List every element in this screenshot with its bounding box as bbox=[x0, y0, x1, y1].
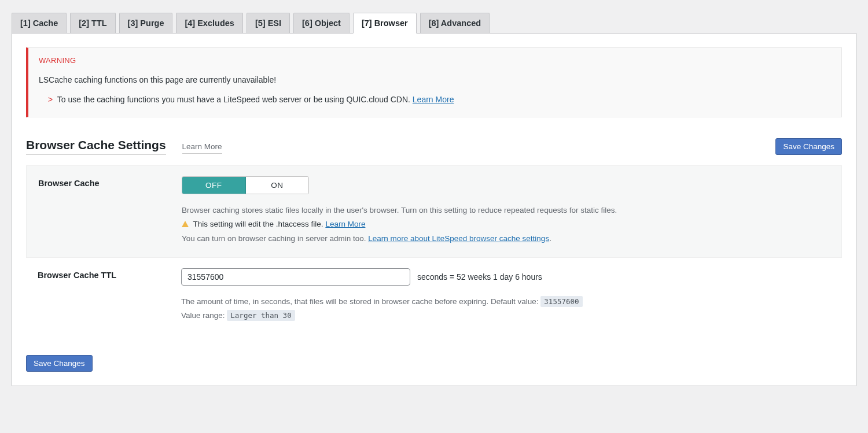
save-changes-button-bottom[interactable]: Save Changes bbox=[26, 355, 93, 372]
ttl-range-prefix: Value range: bbox=[181, 311, 227, 320]
browser-cache-desc-2: This setting will edit the .htaccess fil… bbox=[193, 220, 326, 228]
warning-subtext: > To use the caching functions you must … bbox=[39, 95, 831, 104]
page-title: Browser Cache Settings bbox=[26, 138, 166, 155]
warning-text: LSCache caching functions on this page a… bbox=[39, 75, 831, 84]
field-browser-cache-ttl: Browser Cache TTL seconds = 52 weeks 1 d… bbox=[26, 258, 842, 335]
warning-box: WARNING LSCache caching functions on thi… bbox=[26, 47, 842, 117]
htaccess-learn-more-link[interactable]: Learn More bbox=[325, 220, 365, 228]
header-left: Browser Cache Settings Learn More bbox=[26, 138, 222, 155]
ttl-range-value: Larger than 30 bbox=[227, 310, 295, 321]
browser-cache-toggle[interactable]: OFF ON bbox=[182, 176, 309, 194]
litespeed-browser-cache-link[interactable]: Learn more about LiteSpeed browser cache… bbox=[368, 234, 549, 243]
save-changes-button-top[interactable]: Save Changes bbox=[775, 138, 842, 155]
tab-excludes[interactable]: [4] Excludes bbox=[176, 13, 242, 33]
header-row: Browser Cache Settings Learn More Save C… bbox=[26, 138, 842, 155]
tab-bar: [1] Cache [2] TTL [3] Purge [4] Excludes… bbox=[12, 0, 856, 33]
browser-cache-ttl-label: Browser Cache TTL bbox=[38, 268, 181, 324]
tab-purge[interactable]: [3] Purge bbox=[119, 13, 173, 33]
header-learn-more-link[interactable]: Learn More bbox=[182, 142, 222, 154]
warning-learn-more-link[interactable]: Learn More bbox=[413, 95, 454, 104]
warning-triangle-icon bbox=[182, 221, 189, 227]
tab-esi[interactable]: [5] ESI bbox=[247, 13, 290, 33]
browser-cache-ttl-input[interactable] bbox=[181, 268, 410, 286]
field-browser-cache: Browser Cache OFF ON Browser caching sto… bbox=[26, 165, 842, 258]
tab-advanced[interactable]: [8] Advanced bbox=[420, 13, 490, 33]
tab-ttl[interactable]: [2] TTL bbox=[70, 13, 115, 33]
warning-sub-body: To use the caching functions you must ha… bbox=[57, 95, 413, 104]
ttl-default-value: 31557600 bbox=[540, 296, 582, 307]
settings-panel: WARNING LSCache caching functions on thi… bbox=[12, 33, 856, 386]
toggle-on[interactable]: ON bbox=[246, 177, 309, 194]
tab-cache[interactable]: [1] Cache bbox=[12, 13, 67, 33]
footer-actions: Save Changes bbox=[26, 355, 842, 372]
warning-prefix: > bbox=[48, 95, 53, 104]
browser-cache-label: Browser Cache bbox=[38, 176, 182, 247]
warning-title: WARNING bbox=[39, 56, 831, 65]
browser-cache-desc-1: Browser caching stores static files loca… bbox=[182, 205, 830, 216]
tab-browser[interactable]: [7] Browser bbox=[353, 13, 417, 34]
browser-cache-desc-3: You can turn on browser caching in serve… bbox=[182, 234, 368, 243]
browser-cache-desc-3-period: . bbox=[549, 234, 551, 243]
toggle-off[interactable]: OFF bbox=[182, 177, 246, 194]
tab-object[interactable]: [6] Object bbox=[293, 13, 350, 33]
ttl-human-readable: seconds = 52 weeks 1 day 6 hours bbox=[417, 272, 542, 282]
ttl-desc-prefix: The amount of time, in seconds, that fil… bbox=[181, 297, 540, 306]
